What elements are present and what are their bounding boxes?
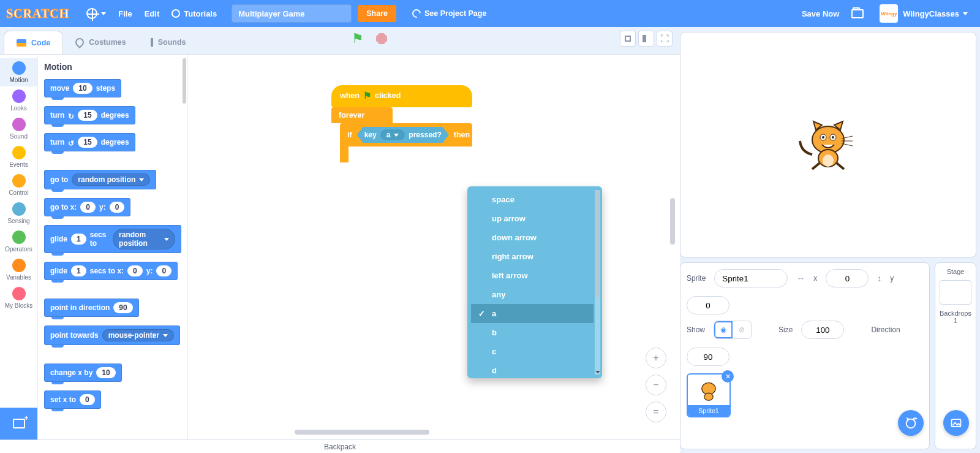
sprite-y-input[interactable] xyxy=(687,296,729,314)
dropdown-option-d[interactable]: d xyxy=(471,361,594,375)
block-set-x[interactable]: set x to0 xyxy=(44,390,101,409)
save-now-button[interactable]: Save Now xyxy=(802,9,839,18)
category-events[interactable]: Events xyxy=(0,143,37,171)
block-goto-xy[interactable]: go to x:0y:0 xyxy=(44,198,130,216)
tab-code[interactable]: Code xyxy=(4,31,63,54)
language-menu[interactable] xyxy=(86,8,106,19)
share-button[interactable]: Share xyxy=(358,5,396,22)
category-sensing[interactable]: Sensing xyxy=(0,199,37,227)
script-stack[interactable]: when⚑clicked forever if key a pressed? t… xyxy=(331,85,472,162)
dropdown-option-down-arrow[interactable]: down arrow xyxy=(471,228,594,247)
category-variables[interactable]: Variables xyxy=(0,256,37,284)
dropdown-option-up-arrow[interactable]: up arrow xyxy=(471,209,594,228)
stage-canvas[interactable] xyxy=(680,32,976,257)
category-operators[interactable]: Operators xyxy=(0,227,37,256)
sprite-thumbnail[interactable]: ✕ Sprite1 xyxy=(687,373,731,417)
sprite-name-input[interactable] xyxy=(714,269,788,287)
my-stuff-button[interactable] xyxy=(851,9,864,18)
add-extension-button[interactable] xyxy=(0,408,37,440)
block-glide-to[interactable]: glide1secs torandom position xyxy=(44,225,181,253)
costumes-icon xyxy=(74,36,86,48)
see-project-page-button[interactable]: See Project Page xyxy=(404,5,495,22)
globe-icon xyxy=(86,8,97,19)
sprite-x-input[interactable] xyxy=(826,269,869,287)
dropdown-option-a[interactable]: a xyxy=(471,304,594,323)
block-forever[interactable]: forever xyxy=(331,107,393,123)
block-turn-ccw[interactable]: turn↺15degrees xyxy=(44,133,135,151)
dropdown-option-any[interactable]: any xyxy=(471,285,594,304)
block-change-x[interactable]: change x by10 xyxy=(44,364,122,382)
project-title-input[interactable] xyxy=(232,4,352,23)
category-label: Variables xyxy=(6,274,31,281)
account-menu[interactable]: WiingyClasses xyxy=(903,9,968,18)
backpack-bar[interactable]: Backpack xyxy=(0,440,680,453)
c-block-arm xyxy=(340,147,349,162)
add-backdrop-button[interactable] xyxy=(943,410,969,436)
backdrops-label: Backdrops xyxy=(940,310,971,317)
category-sound[interactable]: Sound xyxy=(0,115,37,143)
block-point-towards[interactable]: point towardsmouse-pointer xyxy=(44,325,180,345)
category-label: Motion xyxy=(9,77,28,83)
tab-costumes[interactable]: Costumes xyxy=(63,31,138,54)
block-turn-cw[interactable]: turn↻15degrees xyxy=(44,106,135,124)
workspace-hscrollbar[interactable] xyxy=(295,430,429,435)
tab-row: Code Costumes Sounds ⚑ ⛶ xyxy=(0,27,680,54)
file-menu[interactable]: File xyxy=(118,9,132,18)
large-stage-button[interactable] xyxy=(638,31,654,47)
block-palette[interactable]: Motion move10steps turn↻15degrees turn↺1… xyxy=(38,55,188,440)
project-title-wrap xyxy=(232,4,352,23)
add-sprite-button[interactable]: + xyxy=(898,410,924,436)
tab-sounds[interactable]: Sounds xyxy=(138,31,198,54)
category-my-blocks[interactable]: My Blocks xyxy=(0,284,37,312)
show-sprite-button[interactable]: ◉ xyxy=(714,321,733,338)
sprite-size-input[interactable] xyxy=(801,321,844,339)
dropdown-scrollbar[interactable] xyxy=(595,190,600,375)
visibility-toggle: ◉ ⊘ xyxy=(714,321,752,339)
tutorials-button[interactable]: Tutorials xyxy=(172,9,217,18)
category-dot xyxy=(12,287,26,300)
dropdown-option-left-arrow[interactable]: left arrow xyxy=(471,266,594,285)
chevron-down-icon xyxy=(394,134,399,137)
zoom-in-button[interactable]: + xyxy=(646,348,666,368)
scripts-workspace[interactable]: when⚑clicked forever if key a pressed? t… xyxy=(190,57,676,437)
backdrops-count: 1 xyxy=(954,317,957,324)
zoom-out-button[interactable]: − xyxy=(646,375,666,395)
palette-scrollbar[interactable] xyxy=(183,58,186,104)
dropdown-option-c[interactable]: c xyxy=(471,342,594,361)
edit-menu[interactable]: Edit xyxy=(145,9,160,18)
key-dropdown[interactable]: a xyxy=(380,129,405,140)
point-towards-dropdown[interactable]: mouse-pointer xyxy=(102,329,174,341)
user-avatar[interactable]: Wiingy xyxy=(880,4,898,23)
block-key-pressed[interactable]: key a pressed? xyxy=(357,127,449,143)
key-dropdown-menu[interactable]: spaceup arrowdown arrowright arrowleft a… xyxy=(467,186,602,378)
stop-button[interactable] xyxy=(376,33,387,44)
block-glide-xy[interactable]: glide1secs to x:0y:0 xyxy=(44,262,178,280)
block-when-flag-clicked[interactable]: when⚑clicked xyxy=(331,85,472,107)
folder-icon xyxy=(851,9,864,18)
goto-dropdown[interactable]: random position xyxy=(72,173,150,186)
glide-dropdown[interactable]: random position xyxy=(113,229,175,249)
dropdown-option-b[interactable]: b xyxy=(471,323,594,342)
stage-thumbnail[interactable] xyxy=(940,280,971,305)
fullscreen-button[interactable]: ⛶ xyxy=(657,31,673,47)
category-dot xyxy=(12,174,26,188)
hide-sprite-button[interactable]: ⊘ xyxy=(733,321,751,338)
category-looks[interactable]: Looks xyxy=(0,86,37,115)
dropdown-option-right-arrow[interactable]: right arrow xyxy=(471,247,594,266)
category-control[interactable]: Control xyxy=(0,171,37,199)
delete-sprite-button[interactable]: ✕ xyxy=(722,370,734,383)
block-goto[interactable]: go torandom position xyxy=(44,170,156,189)
small-stage-button[interactable] xyxy=(620,31,636,47)
block-if-then[interactable]: if key a pressed? then xyxy=(340,123,472,147)
zoom-reset-button[interactable]: = xyxy=(646,402,666,422)
category-motion[interactable]: Motion xyxy=(0,58,37,86)
block-move-steps[interactable]: move10steps xyxy=(44,79,121,97)
dropdown-option-space[interactable]: space xyxy=(471,190,594,209)
block-point-direction[interactable]: point in direction90 xyxy=(44,299,139,317)
y-label: y xyxy=(890,274,894,283)
sprite-direction-input[interactable] xyxy=(687,348,729,366)
scratch-logo[interactable]: SCRATCH xyxy=(6,7,69,21)
workspace-vscrollbar[interactable] xyxy=(670,198,675,245)
svg-point-4 xyxy=(832,136,834,139)
green-flag-button[interactable]: ⚑ xyxy=(352,31,364,47)
